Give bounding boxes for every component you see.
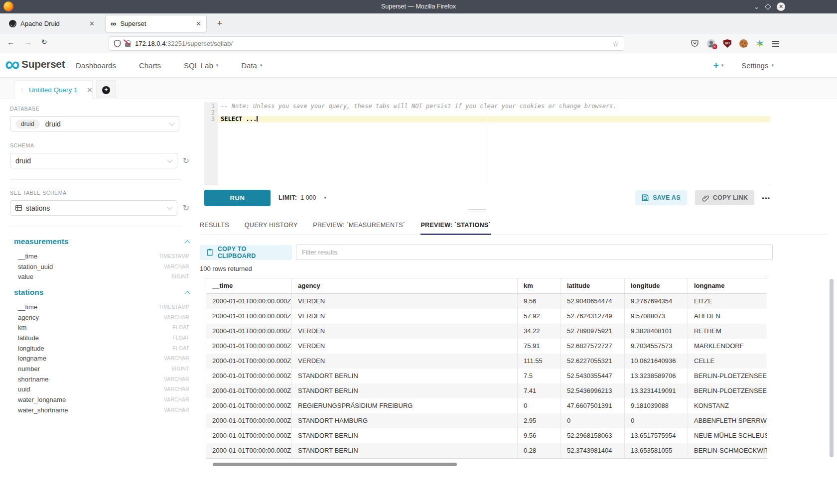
chevron-up-icon[interactable]	[184, 291, 190, 296]
table-cell: BERLIN-PLOETZENSEE UP	[688, 369, 767, 383]
horizontal-scrollbar[interactable]	[213, 463, 457, 466]
save-as-button[interactable]: SAVE AS	[635, 190, 687, 205]
nav-item-data[interactable]: Data▾	[241, 61, 262, 70]
new-query-tab-button[interactable]: +	[96, 80, 116, 99]
pocket-icon[interactable]	[691, 39, 699, 48]
chevron-up-icon[interactable]	[184, 240, 190, 246]
vertical-scrollbar[interactable]	[830, 279, 834, 457]
column-row: uuidVARCHAR	[18, 384, 189, 395]
window-close-icon[interactable]: ✕	[777, 2, 785, 11]
table-cell: VERDEN	[292, 354, 518, 369]
column-name: value	[18, 273, 33, 280]
chevron-down-icon: ▾	[721, 63, 724, 68]
limit-dropdown[interactable]: LIMIT: 1 000 ▾	[279, 194, 326, 201]
filter-results-input[interactable]	[296, 245, 773, 260]
column-row: __timeTIMESTAMP	[18, 251, 189, 261]
column-header-agency[interactable]: agency	[292, 278, 518, 293]
close-query-tab-icon[interactable]: ✕	[87, 86, 93, 95]
column-header-km[interactable]: km	[518, 278, 561, 293]
column-type: FLOAT	[173, 335, 189, 341]
schema-select[interactable]: druid	[10, 153, 177, 168]
table-cell: 52.2968158063	[561, 428, 625, 443]
url-bar[interactable]: 172.18.0.4:32251/superset/sqllab/ ☆	[109, 36, 624, 51]
column-type: VARCHAR	[164, 264, 189, 269]
asterisk-extension-icon[interactable]	[756, 40, 764, 48]
new-tab-button[interactable]: +	[213, 17, 226, 30]
window-restore-icon[interactable]	[765, 3, 771, 10]
copy-to-clipboard-button[interactable]: COPY TO CLIPBOARD	[200, 245, 292, 260]
table-cell: STANDORT BERLIN	[292, 369, 518, 383]
table-cell: 10.0621640936	[625, 354, 688, 369]
table-cell: 52.3743981404	[561, 443, 625, 458]
column-type: TIMESTAMP	[159, 253, 189, 259]
table-cell: 9.181039088	[625, 398, 688, 413]
column-header-latitude[interactable]: latitude	[561, 278, 625, 293]
table-cell: REGIERUNGSPRÄSIDIUM FREIBURG	[292, 398, 518, 413]
close-tab-icon[interactable]: ✕	[85, 20, 95, 27]
reload-button[interactable]: ↻	[41, 38, 47, 46]
copy-link-button[interactable]: COPY LINK	[695, 190, 755, 205]
more-options-icon[interactable]: •••	[762, 194, 770, 202]
drag-handle-icon: ⋮	[19, 86, 25, 94]
tracking-protection-shield-icon[interactable]	[114, 40, 121, 47]
browser-tab-superset[interactable]: ∞ Superset ✕	[106, 15, 206, 32]
table-cell: STANDORT BERLIN	[292, 383, 518, 398]
insecure-lock-icon[interactable]	[125, 43, 131, 47]
add-new-button[interactable]: + ▾	[713, 60, 724, 71]
nav-item-dashboards[interactable]: Dashboards	[76, 61, 116, 70]
cookie-icon[interactable]	[739, 39, 748, 48]
column-header-longname[interactable]: longname	[688, 278, 767, 293]
column-name: latitude	[18, 334, 39, 342]
schema-table-header[interactable]: measurements	[14, 237, 189, 246]
table-cell: MARKLENDORF	[688, 339, 767, 354]
nav-item-label: SQL Lab	[184, 61, 213, 70]
column-row: water_shortnameVARCHAR	[18, 405, 189, 415]
sql-code-editor[interactable]: 1 2 3 -- Note: Unless you save your quer…	[204, 102, 770, 185]
schema-table-header[interactable]: stations	[14, 288, 189, 297]
tab-preview-stations[interactable]: PREVIEW: `STATIONS`	[420, 215, 490, 235]
chevron-down-icon	[167, 157, 172, 162]
settings-menu[interactable]: Settings ▾	[741, 61, 774, 70]
column-name: water_longname	[18, 396, 66, 403]
bookmark-star-icon[interactable]: ☆	[612, 40, 619, 48]
table-cell: 7.41	[518, 383, 561, 398]
database-select[interactable]: druid druid	[10, 116, 179, 131]
column-row: longnameVARCHAR	[18, 354, 189, 364]
nav-item-sql-lab[interactable]: SQL Lab▾	[184, 61, 218, 70]
table-cell: STANDORT BERLIN	[292, 443, 518, 458]
table-row: 2000-01-01T00:00:00.000ZVERDEN75.9152.68…	[206, 339, 767, 354]
superset-favicon: ∞	[111, 20, 116, 27]
query-tab-active[interactable]: ⋮ Untitled Query 1 ✕	[14, 80, 93, 99]
table-cell: 9.56	[518, 294, 561, 309]
table-cell: VERDEN	[292, 324, 518, 339]
table-schema-select[interactable]: stations	[10, 200, 177, 216]
tab-preview-measurements[interactable]: PREVIEW: `MEASUREMENTS`	[313, 215, 405, 235]
refresh-tables-icon[interactable]: ↻	[183, 204, 189, 212]
query-tab-title: Untitled Query 1	[29, 86, 78, 94]
menu-hamburger-icon[interactable]	[772, 41, 779, 47]
table-cell: 75.91	[518, 339, 561, 354]
window-minimize-icon[interactable]: ⌄	[754, 4, 759, 9]
pane-resize-handle[interactable]	[468, 209, 486, 212]
column-header-time[interactable]: __time	[206, 278, 292, 293]
column-row: numberBIGINT	[18, 364, 189, 374]
column-header-longitude[interactable]: longitude	[625, 278, 688, 293]
tab-query-history[interactable]: QUERY HISTORY	[245, 215, 297, 235]
superset-logo[interactable]: ∞ Superset	[5, 54, 65, 74]
refresh-schema-icon[interactable]: ↻	[183, 157, 189, 165]
account-icon[interactable]: ✕	[707, 39, 715, 48]
nav-right: + ▾ Settings ▾	[713, 53, 774, 77]
back-button[interactable]: ←	[7, 38, 14, 46]
close-tab-icon[interactable]: ✕	[192, 20, 201, 27]
nav-item-charts[interactable]: Charts	[139, 61, 161, 70]
forward-button[interactable]: →	[24, 38, 32, 46]
tab-results[interactable]: RESULTS	[200, 215, 229, 235]
ublock-shield-icon[interactable]: uO	[723, 39, 731, 48]
copy-link-label: COPY LINK	[713, 194, 748, 201]
text-cursor	[257, 116, 258, 122]
run-button[interactable]: RUN	[204, 190, 271, 206]
plus-circle-icon: +	[102, 86, 110, 94]
table-cell: 2000-01-01T00:00:00.000Z	[206, 383, 292, 398]
browser-tab-apache-druid[interactable]: Apache Druid ✕	[4, 15, 100, 32]
column-type: VARCHAR	[164, 397, 189, 402]
